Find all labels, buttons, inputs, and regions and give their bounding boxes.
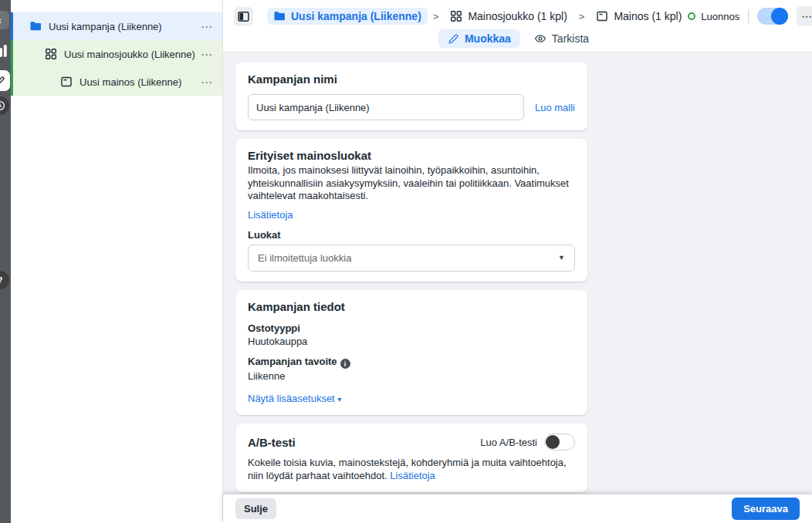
create-template-link[interactable]: Luo malli [535, 102, 575, 113]
pencil-icon [448, 33, 459, 45]
categories-select[interactable]: Ei ilmoitettuja luokkia ▼ [248, 245, 575, 272]
breadcrumb-label: Uusi kampanja (Liikenne) [291, 10, 421, 22]
ab-test-toggle[interactable] [544, 434, 575, 450]
breadcrumb-campaign[interactable]: Uusi kampanja (Liikenne) [267, 8, 428, 25]
header-more-button[interactable]: ⋯ [797, 6, 812, 26]
buy-type-label: Ostotyyppi [248, 322, 575, 334]
status-badge: Luonnos [701, 11, 739, 22]
campaign-tree-sidebar: Uusi kampanja (Liikenne) ⋯ Uusi mainosjo… [11, 0, 223, 523]
breadcrumb: Uusi kampanja (Liikenne) > Mainosjoukko … [267, 8, 688, 25]
row-more-button[interactable]: ⋯ [201, 76, 213, 88]
objective-label: Kampanjan tavoitei [248, 356, 575, 369]
editor-footer: Sulje Seuraava [223, 494, 812, 523]
eye-icon [534, 32, 546, 45]
info-icon[interactable]: i [340, 359, 350, 369]
pencil-icon [0, 76, 5, 86]
sidebar-item-label: Uusi kampanja (Liikenne) [49, 21, 201, 32]
left-nav-rail: ‹ ? [0, 0, 11, 523]
history-button[interactable] [0, 96, 9, 115]
breadcrumb-adset[interactable]: Mainosjoukko (1 kpl) [444, 8, 573, 25]
help-icon: ? [0, 275, 2, 285]
ads-manager-app: ‹ ? Uusi kampanja (Liikenne) ⋯ [0, 0, 812, 523]
ab-test-card: A/B-testi Luo A/B-testi Kokeile toisia k… [235, 423, 587, 492]
campaign-name-card: Kampanjan nimi Luo malli [235, 62, 587, 130]
adset-grid-icon [450, 10, 462, 22]
link-text: Näytä lisäasetukset [248, 393, 335, 404]
sidebar-item-label: Uusi mainos (Liikenne) [80, 76, 201, 88]
more-icon: ⋯ [801, 10, 812, 22]
ab-toggle-label: Luo A/B-testi [480, 437, 537, 448]
card-title: Kampanjan tiedot [248, 300, 575, 313]
draft-status-icon [688, 12, 695, 20]
breadcrumb-separator: > [579, 11, 585, 22]
card-title: Kampanjan nimi [248, 73, 575, 86]
sidebar-item-label: Uusi mainosjoukko (Liikenne) [64, 49, 201, 60]
card-title: Erityiset mainosluokat [248, 149, 575, 162]
sidebar-item-adset[interactable]: Uusi mainosjoukko (Liikenne) ⋯ [11, 40, 222, 68]
objective-label-text: Kampanjan tavoite [248, 356, 337, 367]
clock-icon [0, 100, 5, 111]
tab-edit[interactable]: Muokkaa [438, 29, 520, 48]
toggle-sidebar-button[interactable] [234, 7, 253, 26]
collapse-panel-icon [237, 10, 250, 23]
breadcrumb-label: Mainos (1 kpl) [614, 10, 682, 22]
folder-icon [273, 10, 286, 22]
close-button[interactable]: Sulje [235, 498, 276, 519]
learn-more-link[interactable]: Lisätietoja [248, 209, 293, 221]
ad-page-icon [596, 10, 608, 22]
row-more-button[interactable]: ⋯ [201, 21, 213, 32]
mode-tabs: Muokkaa Tarkista [234, 29, 803, 48]
status-area: Luonnos ⋯ [688, 6, 812, 26]
row-more-button[interactable]: ⋯ [201, 49, 213, 60]
sidebar-item-campaign[interactable]: Uusi kampanja (Liikenne) ⋯ [11, 12, 222, 40]
back-chevron-icon: ‹ [0, 15, 2, 26]
folder-icon [29, 20, 42, 32]
learn-more-link[interactable]: Lisätietoja [390, 470, 435, 481]
tab-review[interactable]: Tarkista [525, 29, 598, 48]
card-description: Ilmoita, jos mainoksesi liittyvät lainoi… [248, 164, 575, 203]
campaign-details-card: Kampanjan tiedot Ostotyyppi Huutokauppa … [235, 290, 587, 416]
campaign-active-toggle[interactable] [757, 8, 788, 25]
divider [748, 9, 749, 23]
select-placeholder: Ei ilmoitettuja luokkia [258, 252, 351, 264]
adset-grid-icon [45, 48, 57, 60]
show-more-settings-link[interactable]: Näytä lisäasetukset ▾ [248, 393, 341, 404]
breadcrumb-ad[interactable]: Mainos (1 kpl) [590, 8, 688, 25]
buy-type-value: Huutokauppa [248, 336, 575, 347]
breadcrumb-label: Mainosjoukko (1 kpl) [468, 10, 567, 22]
chevron-down-icon: ▼ [558, 254, 565, 262]
tab-label: Tarkista [552, 32, 589, 45]
next-button[interactable]: Seuraava [732, 498, 800, 520]
main-panel: Uusi kampanja (Liikenne) > Mainosjoukko … [223, 0, 812, 523]
ad-page-icon [60, 76, 73, 88]
card-title: A/B-testi [248, 436, 296, 449]
editor-header: Uusi kampanja (Liikenne) > Mainosjoukko … [223, 0, 812, 52]
edit-active-tool[interactable] [0, 70, 10, 91]
help-button[interactable]: ? [0, 271, 9, 289]
breadcrumb-separator: > [433, 11, 439, 22]
caret-down-icon: ▾ [337, 395, 341, 403]
reports-chart-icon[interactable] [0, 44, 8, 58]
categories-field-label: Luokat [248, 229, 575, 241]
sidebar-item-ad[interactable]: Uusi mainos (Liikenne) ⋯ [11, 68, 222, 96]
tab-label: Muokkaa [465, 32, 511, 45]
campaign-name-input[interactable] [248, 94, 524, 120]
editor-scroll-area[interactable]: Kampanjan nimi Luo malli Erityiset maino… [223, 52, 812, 494]
special-ad-categories-card: Erityiset mainosluokat Ilmoita, jos main… [235, 139, 587, 282]
collapse-nav-button[interactable]: ‹ [0, 11, 9, 29]
objective-value: Liikenne [248, 370, 575, 382]
